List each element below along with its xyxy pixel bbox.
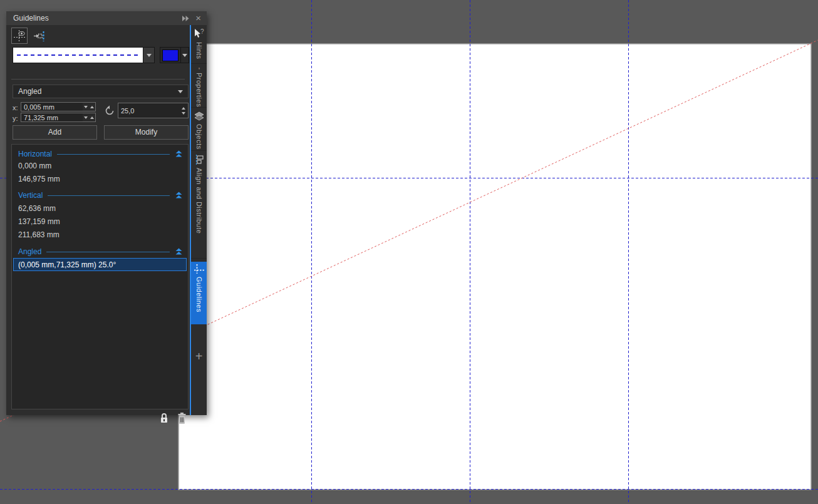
guidelines-docker: Guidelines × — [6, 11, 207, 415]
tab-properties[interactable]: Properties — [191, 65, 207, 108]
y-label: y: — [13, 115, 18, 122]
section-rule — [46, 252, 170, 252]
list-item-selected[interactable]: (0,005 mm,71,325 mm) 25.0° — [13, 258, 187, 271]
x-label: x: — [13, 104, 18, 111]
page — [179, 44, 811, 490]
layers-icon — [194, 111, 204, 121]
snap-to-guidelines-button[interactable] — [33, 29, 46, 43]
guide-line-style-select[interactable] — [13, 47, 155, 63]
close-docker-icon[interactable]: × — [195, 14, 201, 22]
x-input[interactable] — [21, 102, 83, 111]
properties-icon — [194, 68, 204, 69]
spinner-down-icon — [84, 116, 88, 119]
list-item[interactable]: 137,159 mm — [18, 217, 60, 227]
chevron-down-icon — [178, 90, 183, 93]
line-style-preview — [13, 48, 143, 63]
section-header-angled: Angled — [18, 247, 183, 257]
section-rule — [48, 195, 170, 196]
tab-guidelines[interactable]: Guidelines — [191, 262, 207, 324]
snap-to-guidelines-icon — [33, 30, 46, 43]
spinner-up-icon — [90, 106, 94, 108]
docker-title: Guidelines — [13, 14, 176, 23]
section-rule — [57, 154, 170, 155]
chevron-down-icon — [147, 54, 152, 57]
guideline-type-value: Angled — [18, 87, 178, 96]
lock-icon — [159, 412, 169, 424]
collapse-docker-icon[interactable] — [182, 16, 189, 21]
guidelines-icon — [194, 264, 204, 274]
add-docker-tab-button[interactable]: + — [191, 349, 207, 366]
delete-guideline-button[interactable] — [176, 411, 188, 424]
rotation-angle-icon — [104, 105, 115, 116]
tab-label: Properties — [195, 73, 203, 107]
add-button[interactable]: Add — [13, 125, 97, 140]
list-item[interactable]: 146,975 mm — [18, 175, 60, 184]
guideline-type-select[interactable]: Angled — [13, 85, 189, 98]
color-dropdown-arrow[interactable] — [180, 48, 189, 63]
divider — [11, 79, 185, 80]
guides-list: Horizontal 0,000 mm 146,975 mm Vertical … — [11, 144, 189, 409]
x-spinner[interactable] — [83, 102, 96, 111]
list-item[interactable]: 62,636 mm — [18, 204, 56, 213]
tab-hints[interactable]: ? Hints — [191, 26, 207, 64]
tab-label: Align and Distribute — [195, 168, 203, 234]
lock-guidelines-button[interactable] — [158, 411, 170, 424]
collapse-section-icon[interactable] — [175, 248, 183, 255]
tab-align-and-distribute[interactable]: Align and Distribute — [191, 152, 207, 259]
collapse-section-icon[interactable] — [175, 150, 183, 158]
docker-titlebar: Guidelines × — [6, 11, 207, 25]
list-item[interactable]: 211,683 mm — [18, 230, 60, 240]
tab-label: Objects — [195, 124, 203, 150]
collapse-section-icon[interactable] — [175, 192, 183, 199]
spinner-down-icon — [84, 106, 88, 108]
trash-icon — [177, 412, 187, 424]
section-label: Horizontal — [18, 150, 52, 158]
list-item[interactable]: 0,000 mm — [18, 162, 51, 171]
docker-tabstrip: ? Hints Properties Objects — [191, 25, 207, 415]
show-guidelines-icon — [13, 29, 26, 43]
modify-button[interactable]: Modify — [104, 125, 189, 140]
guide-color-select[interactable] — [160, 47, 189, 63]
docker-body: Angled x: y: Add — [6, 25, 190, 415]
spinner-down-icon — [182, 112, 185, 115]
svg-text:?: ? — [200, 29, 204, 35]
line-style-dropdown-arrow[interactable] — [143, 48, 154, 63]
section-header-vertical: Vertical — [18, 190, 183, 200]
angle-spinner[interactable] — [179, 103, 188, 118]
spinner-up-icon — [90, 116, 94, 119]
show-guidelines-button[interactable] — [11, 28, 28, 44]
angle-input[interactable] — [118, 103, 179, 118]
tab-label: Hints — [195, 42, 203, 59]
pointer-question-icon: ? — [194, 29, 204, 39]
chevron-down-icon — [182, 54, 187, 57]
y-input[interactable] — [21, 113, 83, 122]
angle-field — [118, 103, 189, 118]
section-label: Angled — [18, 247, 41, 256]
section-header-horizontal: Horizontal — [18, 149, 183, 159]
y-spinner[interactable] — [83, 113, 96, 122]
tab-label: Guidelines — [195, 277, 203, 312]
tab-objects[interactable]: Objects — [191, 109, 207, 151]
color-swatch — [162, 49, 179, 61]
align-icon — [194, 155, 204, 165]
section-label: Vertical — [18, 191, 43, 200]
spinner-up-icon — [182, 107, 185, 110]
